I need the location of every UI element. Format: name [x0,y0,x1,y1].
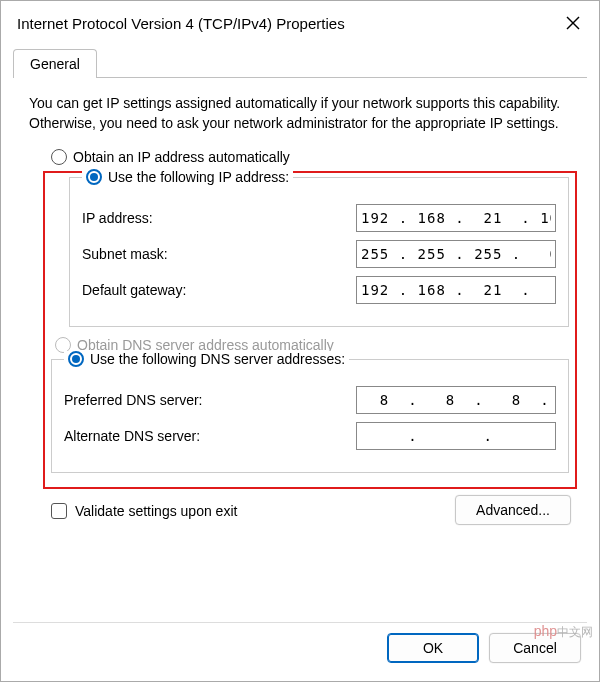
cancel-button[interactable]: Cancel [489,633,581,663]
preferred-dns-row: Preferred DNS server: [64,386,556,414]
titlebar: Internet Protocol Version 4 (TCP/IPv4) P… [1,1,599,45]
footer: OK Cancel [1,623,599,681]
validate-label: Validate settings upon exit [75,503,237,519]
ip-address-label: IP address: [82,210,356,226]
gateway-label: Default gateway: [82,282,356,298]
ip-address-row: IP address: [82,204,556,232]
radio-icon [51,149,67,165]
dialog-window: Internet Protocol Version 4 (TCP/IPv4) P… [0,0,600,682]
ip-address-input[interactable] [356,204,556,232]
dns-manual-label: Use the following DNS server addresses: [90,351,345,367]
dns-fieldset: Use the following DNS server addresses: … [51,359,569,473]
content-area: You can get IP settings assigned automat… [1,78,599,608]
gateway-row: Default gateway: [82,276,556,304]
ip-fieldset: Use the following IP address: IP address… [69,177,569,327]
alternate-dns-label: Alternate DNS server: [64,428,356,444]
checkbox-icon [51,503,67,519]
gateway-input[interactable] [356,276,556,304]
dns-manual-option[interactable]: Use the following DNS server addresses: [64,351,349,367]
preferred-dns-label: Preferred DNS server: [64,392,356,408]
subnet-row: Subnet mask: [82,240,556,268]
ok-button[interactable]: OK [387,633,479,663]
radio-selected-icon [86,169,102,185]
subnet-label: Subnet mask: [82,246,356,262]
ip-manual-label: Use the following IP address: [108,169,289,185]
radio-selected-icon [68,351,84,367]
alternate-dns-row: Alternate DNS server: [64,422,556,450]
close-button[interactable] [557,9,589,37]
preferred-dns-input[interactable] [356,386,556,414]
ip-auto-option[interactable]: Obtain an IP address automatically [51,149,571,165]
tab-general[interactable]: General [13,49,97,78]
subnet-input[interactable] [356,240,556,268]
alternate-dns-input[interactable] [356,422,556,450]
description-text: You can get IP settings assigned automat… [29,94,571,133]
advanced-button[interactable]: Advanced... [455,495,571,525]
ip-manual-option[interactable]: Use the following IP address: [82,169,293,185]
ip-auto-label: Obtain an IP address automatically [73,149,290,165]
close-icon [566,16,580,30]
highlight-annotation: Use the following IP address: IP address… [43,171,577,489]
window-title: Internet Protocol Version 4 (TCP/IPv4) P… [17,15,345,32]
tab-strip: General [1,49,599,78]
